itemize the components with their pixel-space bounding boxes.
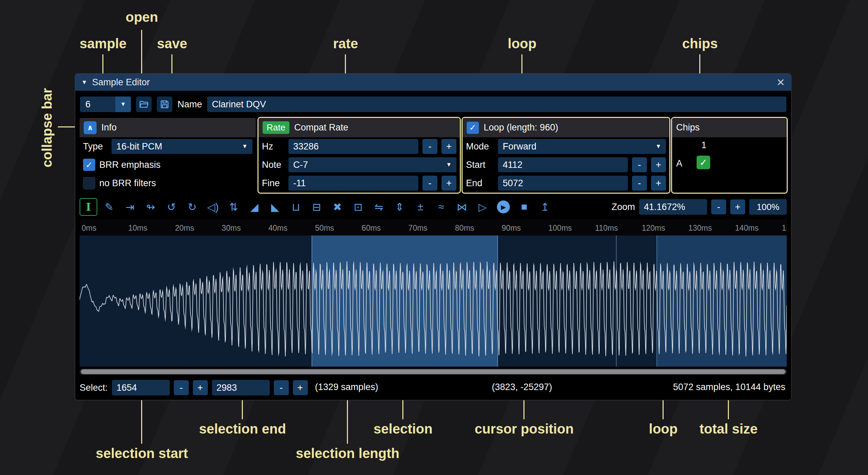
hz-label: Hz <box>262 141 284 152</box>
compat-rate-tab[interactable]: Compat Rate <box>294 122 348 133</box>
chevron-down-icon: ▼ <box>652 143 661 150</box>
hz-plus-button[interactable]: + <box>441 139 456 154</box>
ruler-label: 110ms <box>595 224 618 233</box>
chip-a-checkbox[interactable]: ✓ <box>697 156 710 169</box>
collapse-bar-button[interactable]: ∧ <box>84 121 97 134</box>
edit-select-mode-button[interactable]: I <box>80 198 97 216</box>
scrollbar-thumb[interactable] <box>81 369 785 374</box>
import-icon: ↥ <box>540 201 549 213</box>
delete-button[interactable]: ✖ <box>329 198 346 216</box>
loop-start-input[interactable] <box>498 157 628 172</box>
chip-column-header: 1 <box>701 140 706 151</box>
annotation-total-size: total size <box>699 421 757 437</box>
floppy-save-icon <box>160 99 170 109</box>
fade-out-icon: ◣ <box>271 201 279 213</box>
trim-button[interactable]: ⊡ <box>349 198 367 216</box>
play-button[interactable]: ▶ <box>495 198 512 216</box>
signed-unsigned-button[interactable]: ± <box>412 198 429 216</box>
filter-button[interactable]: ≈ <box>432 198 450 216</box>
zoom-in-button[interactable]: + <box>730 199 745 214</box>
loop-end-minus-button[interactable]: - <box>632 176 647 191</box>
invert-button[interactable]: ⇕ <box>391 198 408 216</box>
window-collapse-icon[interactable]: ▼ <box>81 79 87 86</box>
apply-silence-button[interactable]: ⊟ <box>308 198 326 216</box>
sample-type-dropdown[interactable]: 16-bit PCM ▼ <box>112 139 252 154</box>
normalize-button[interactable]: ⇅ <box>225 198 243 216</box>
sample-number-value: 6 <box>80 99 90 110</box>
delete-icon: ✖ <box>333 201 342 213</box>
annotation-cursor-position: cursor position <box>474 421 573 437</box>
waveform-canvas[interactable] <box>80 235 787 367</box>
zoom-out-button[interactable]: - <box>711 199 726 214</box>
selection-start-input[interactable] <box>112 380 170 395</box>
fade-out-button[interactable]: ◣ <box>266 198 284 216</box>
fine-input[interactable] <box>288 176 418 191</box>
annotation-selection: selection <box>373 421 432 437</box>
undo-button[interactable]: ↺ <box>163 198 180 216</box>
preview-sample-button[interactable]: ▷ <box>474 198 491 216</box>
waveform-area[interactable] <box>80 235 787 367</box>
ruler-label: 40ms <box>268 224 287 233</box>
close-icon[interactable]: ✕ <box>777 76 785 88</box>
fine-plus-button[interactable]: + <box>441 176 456 191</box>
reverse-button[interactable]: ⇋ <box>370 198 388 216</box>
selection-end-minus-button[interactable]: - <box>274 380 289 395</box>
titlebar[interactable]: ▼ Sample Editor ✕ <box>75 74 791 91</box>
loop-end-input[interactable] <box>498 176 628 191</box>
ruler-label: 10ms <box>128 224 147 233</box>
selection-start-minus-button[interactable]: - <box>174 380 189 395</box>
loop-mode-label: Mode <box>466 141 494 152</box>
selection-start-plus-button[interactable]: + <box>193 380 208 395</box>
import-button[interactable]: ↥ <box>536 198 554 216</box>
annotation-sample: sample <box>80 36 127 51</box>
chevron-down-icon: ▼ <box>238 143 248 150</box>
redo-button[interactable]: ↻ <box>183 198 201 216</box>
horizontal-scrollbar[interactable] <box>80 369 787 375</box>
selection-end-plus-button[interactable]: + <box>293 380 308 395</box>
resize-button[interactable]: ⇥ <box>121 198 139 216</box>
resample-button[interactable]: ↬ <box>142 198 160 216</box>
chevron-down-icon[interactable]: ▼ <box>115 96 131 112</box>
ruler-label: 130ms <box>688 224 712 233</box>
draw-mode-button[interactable]: ✎ <box>100 198 118 216</box>
ruler-label: 150ms <box>782 224 787 233</box>
annotation-chips: chips <box>682 36 718 51</box>
name-label: Name <box>178 99 202 110</box>
loop-start-plus-button[interactable]: + <box>651 157 666 172</box>
zoom-reset-button[interactable]: 100% <box>749 199 787 215</box>
resize-icon: ⇥ <box>126 201 134 213</box>
sample-row: 6 ▼ Name <box>75 91 791 118</box>
stop-button[interactable]: ■ <box>515 198 533 216</box>
fine-minus-button[interactable]: - <box>422 176 437 191</box>
save-button[interactable] <box>157 96 172 112</box>
zoom-input[interactable] <box>639 199 707 215</box>
loop-start-minus-button[interactable]: - <box>632 157 647 172</box>
signed-unsigned-icon: ± <box>417 201 423 213</box>
selection-end-input[interactable] <box>212 380 270 395</box>
sample-name-input[interactable] <box>207 96 786 112</box>
annotation-rate: rate <box>333 36 358 51</box>
sample-number-dropdown[interactable]: 6 ▼ <box>80 96 131 112</box>
loop-end-plus-button[interactable]: + <box>651 176 666 191</box>
annotation-line-selection-length <box>347 400 348 444</box>
apply-silence-icon: ⊟ <box>312 201 321 213</box>
fade-in-button[interactable]: ◢ <box>246 198 263 216</box>
crossfade-loop-points-button[interactable]: ⋈ <box>453 198 471 216</box>
panels-row: ∧ Info Type 16-bit PCM ▼ ✓ BRR emphasis … <box>80 118 787 193</box>
hz-minus-button[interactable]: - <box>422 139 437 154</box>
crossfade-loop-points-icon: ⋈ <box>457 201 467 213</box>
loop-enable-checkbox[interactable]: ✓ <box>467 122 479 134</box>
no-brr-filters-checkbox[interactable] <box>83 177 95 189</box>
open-button[interactable] <box>136 96 152 112</box>
select-label: Select: <box>80 383 108 393</box>
amplify-button[interactable]: ◁) <box>204 198 222 216</box>
loop-start-label: Start <box>466 160 494 170</box>
loop-mode-dropdown[interactable]: Forward ▼ <box>498 139 666 154</box>
hz-input[interactable] <box>288 139 418 154</box>
note-dropdown[interactable]: C-7 ▼ <box>288 157 456 172</box>
rate-tab[interactable]: Rate <box>263 121 289 134</box>
annotation-line-selection-start <box>141 400 142 444</box>
insert-silence-button[interactable]: ⊔ <box>287 198 305 216</box>
ruler-label: 70ms <box>408 224 428 233</box>
brr-emphasis-checkbox[interactable]: ✓ <box>83 159 95 171</box>
